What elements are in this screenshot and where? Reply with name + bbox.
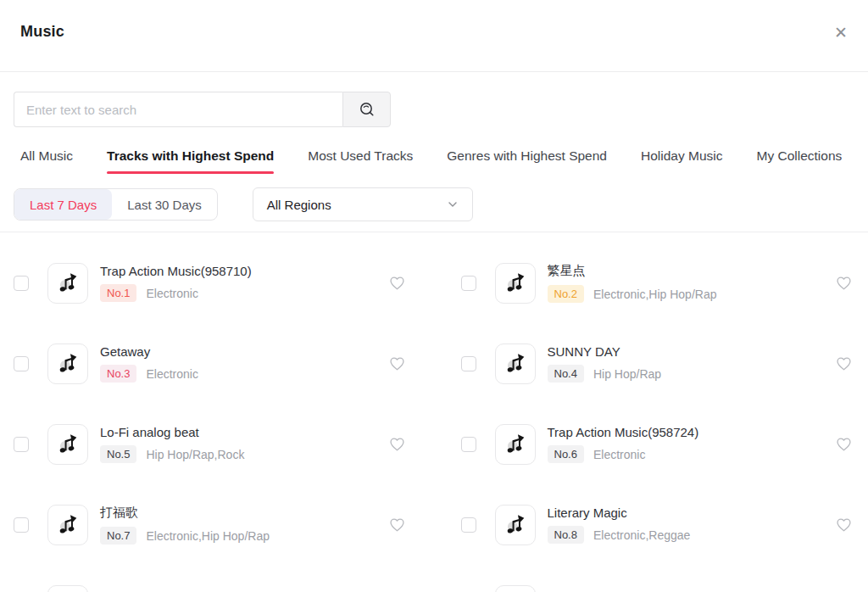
tab-all-music[interactable]: All Music (20, 148, 73, 174)
track-row: Getaway No.3 Electronic (14, 323, 406, 404)
track-genres: Electronic (146, 287, 198, 300)
track-thumbnail (47, 505, 88, 545)
tab-my-collections[interactable]: My Collections (756, 148, 842, 174)
track-row: 繁星点 No.2 Electronic,Hip Hop/Rap (461, 243, 854, 323)
heart-icon[interactable] (835, 274, 853, 292)
filter-row: Last 7 DaysLast 30 Days All Regions (14, 187, 854, 221)
heart-icon[interactable] (835, 355, 853, 372)
heart-icon[interactable] (388, 435, 406, 453)
music-note-icon (55, 432, 81, 457)
region-dropdown[interactable]: All Regions (253, 187, 473, 221)
tab-tracks-with-highest-spend[interactable]: Tracks with Highest Spend (107, 148, 274, 174)
track-checkbox[interactable] (14, 356, 29, 371)
music-note-icon (55, 351, 81, 377)
tab-most-used-tracks[interactable]: Most Used Tracks (308, 148, 413, 174)
track-info: Trap Action Music(958724) No.6 Electroni… (548, 425, 699, 463)
modal-header: Music ✕ (0, 0, 868, 72)
heart-icon[interactable] (388, 355, 406, 372)
track-meta: No.6 Electronic (548, 445, 699, 463)
search-input[interactable] (14, 92, 342, 127)
music-note-icon (503, 271, 528, 296)
rank-badge: No.7 (100, 527, 136, 545)
track-row (14, 565, 406, 592)
track-row: Trap Action Music(958724) No.6 Electroni… (461, 404, 854, 484)
rank-badge: No.6 (548, 445, 584, 463)
rank-badge: No.4 (548, 365, 584, 383)
track-title: 打福歌 (100, 505, 270, 521)
track-meta: No.4 Hip Hop/Rap (548, 365, 662, 383)
track-checkbox[interactable] (461, 276, 476, 291)
track-genres: Electronic,Hip Hop/Rap (146, 529, 270, 543)
search-icon (359, 101, 376, 118)
rank-badge: No.8 (548, 526, 584, 544)
track-genres: Electronic,Reggae (593, 528, 690, 542)
heart-icon[interactable] (835, 516, 853, 533)
track-title: Getaway (100, 344, 198, 359)
region-dropdown-value: All Regions (267, 198, 331, 212)
track-info: Trap Action Music(958710) No.1 Electroni… (100, 264, 252, 302)
heart-icon[interactable] (388, 516, 406, 533)
track-meta: No.5 Hip Hop/Rap,Rock (100, 445, 244, 463)
track-thumbnail (495, 263, 536, 304)
track-thumbnail (47, 263, 88, 304)
search-bar (14, 92, 391, 127)
time-range-toggle: Last 7 DaysLast 30 Days (14, 188, 218, 221)
track-meta: No.7 Electronic,Hip Hop/Rap (100, 527, 270, 545)
track-row: 打福歌 No.7 Electronic,Hip Hop/Rap (14, 484, 406, 565)
tab-holiday-music[interactable]: Holiday Music (641, 148, 722, 174)
track-meta: No.3 Electronic (100, 365, 198, 383)
track-checkbox[interactable] (461, 437, 476, 452)
track-info: Lo-Fi analog beat No.5 Hip Hop/Rap,Rock (100, 425, 244, 463)
track-checkbox[interactable] (461, 356, 476, 371)
track-info: Literary Magic No.8 Electronic,Reggae (548, 505, 691, 544)
track-info: SUNNY DAY No.4 Hip Hop/Rap (548, 344, 662, 383)
track-row: Trap Action Music(958710) No.1 Electroni… (14, 243, 406, 323)
heart-icon[interactable] (388, 274, 406, 292)
track-meta: No.1 Electronic (100, 284, 252, 302)
music-note-icon (503, 512, 528, 538)
track-checkbox[interactable] (14, 276, 29, 291)
track-title: Lo-Fi analog beat (100, 425, 244, 439)
track-info: 打福歌 No.7 Electronic,Hip Hop/Rap (100, 505, 270, 545)
track-thumbnail (495, 424, 536, 465)
track-title: Literary Magic (548, 505, 691, 520)
track-thumbnail (495, 505, 536, 545)
track-checkbox[interactable] (461, 517, 476, 533)
track-title: Trap Action Music(958710) (100, 264, 252, 278)
rank-badge: No.3 (100, 365, 136, 383)
rank-badge: No.1 (100, 284, 136, 302)
track-genres: Electronic (146, 367, 198, 381)
music-note-icon (503, 351, 528, 377)
rank-badge: No.2 (548, 285, 584, 303)
tab-bar: All MusicTracks with Highest SpendMost U… (20, 148, 848, 174)
track-thumbnail (47, 585, 88, 592)
track-thumbnail (47, 343, 88, 384)
track-meta: No.2 Electronic,Hip Hop/Rap (548, 285, 717, 303)
track-meta: No.8 Electronic,Reggae (548, 526, 691, 544)
time-range-last-7-days[interactable]: Last 7 Days (14, 189, 112, 220)
tab-genres-with-highest-spend[interactable]: Genres with Highest Spend (447, 148, 607, 174)
track-checkbox[interactable] (14, 437, 29, 452)
music-note-icon (55, 271, 81, 296)
search-button[interactable] (342, 92, 391, 127)
track-row: Lo-Fi analog beat No.5 Hip Hop/Rap,Rock (14, 404, 406, 484)
music-note-icon (55, 512, 81, 538)
page-title: Music (20, 23, 64, 41)
music-note-icon (503, 432, 528, 457)
track-genres: Hip Hop/Rap,Rock (146, 448, 244, 461)
track-title: SUNNY DAY (548, 344, 662, 359)
heart-icon[interactable] (835, 435, 853, 453)
time-range-last-30-days[interactable]: Last 30 Days (112, 189, 217, 220)
close-icon[interactable]: ✕ (831, 23, 851, 43)
chevron-down-icon (447, 198, 459, 210)
track-title: 繁星点 (548, 263, 717, 279)
track-list: Trap Action Music(958710) No.1 Electroni… (0, 232, 868, 592)
track-genres: Electronic (593, 448, 645, 461)
track-thumbnail (495, 585, 536, 592)
track-row: Literary Magic No.8 Electronic,Reggae (461, 484, 854, 565)
track-thumbnail (47, 424, 88, 465)
track-checkbox[interactable] (14, 517, 29, 533)
rank-badge: No.5 (100, 445, 136, 463)
track-thumbnail (495, 343, 536, 384)
track-title: Trap Action Music(958724) (548, 425, 699, 439)
